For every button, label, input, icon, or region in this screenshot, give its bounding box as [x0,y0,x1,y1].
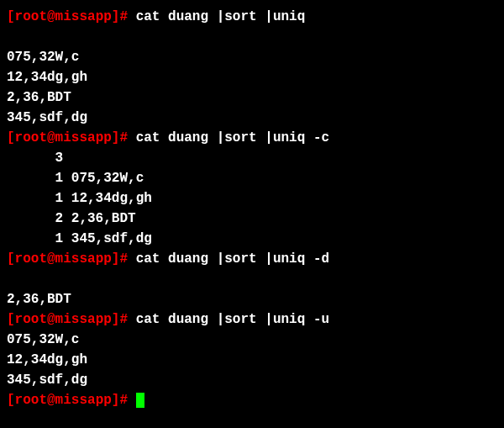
command-text: cat duang |sort |uniq -d [128,251,329,267]
command-line-active[interactable]: [root@missapp]# [7,390,497,410]
terminal-output: [root@missapp]# cat duang |sort |uniq 07… [7,7,497,410]
prompt-open-bracket: [ [7,312,15,327]
prompt-hash: # [119,393,128,408]
output-line: 2,36,BDT [7,87,497,108]
output-line: 345,sdf,dg [7,108,497,128]
prompt-user-host: root@missapp [15,393,112,408]
prompt-open-bracket: [ [7,251,15,267]
prompt-close-bracket: ] [112,130,120,145]
output-line: 2 2,36,BDT [7,209,497,229]
prompt-user-host: root@missapp [15,251,112,267]
prompt-hash: # [119,9,128,24]
output-line [7,269,497,289]
output-line: 3 [7,148,497,168]
command-line: [root@missapp]# cat duang |sort |uniq -c [7,128,497,148]
command-text: cat duang |sort |uniq [128,9,305,24]
command-line: [root@missapp]# cat duang |sort |uniq -u [7,309,497,330]
prompt-hash: # [119,130,128,145]
prompt-open-bracket: [ [7,130,15,145]
output-line: 1 345,sdf,dg [7,229,497,249]
prompt-user-host: root@missapp [15,312,112,327]
prompt-user-host: root@missapp [15,9,112,24]
prompt-hash: # [119,312,128,327]
output-line: 2,36,BDT [7,289,497,309]
command-line: [root@missapp]# cat duang |sort |uniq -d [7,249,497,269]
prompt-hash: # [119,251,128,267]
output-line: 345,sdf,dg [7,370,497,390]
output-line: 12,34dg,gh [7,67,497,87]
prompt-close-bracket: ] [112,312,120,327]
output-line: 075,32W,c [7,47,497,67]
prompt-close-bracket: ] [112,9,120,24]
output-line: 1 12,34dg,gh [7,188,497,209]
command-text: cat duang |sort |uniq -u [128,312,329,327]
command-text: cat duang |sort |uniq -c [128,130,329,145]
cursor-icon [136,393,144,408]
prompt-open-bracket: [ [7,9,15,24]
output-line: 1 075,32W,c [7,168,497,188]
prompt-close-bracket: ] [112,393,120,408]
prompt-user-host: root@missapp [15,130,112,145]
output-line [7,27,497,47]
prompt-open-bracket: [ [7,393,15,408]
output-line: 075,32W,c [7,330,497,350]
output-line: 12,34dg,gh [7,350,497,370]
command-line: [root@missapp]# cat duang |sort |uniq [7,7,497,27]
prompt-close-bracket: ] [112,251,120,267]
